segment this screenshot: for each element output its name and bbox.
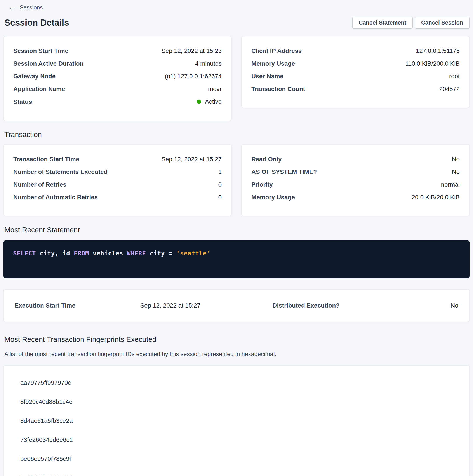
kv-value: Sep 12, 2022 at 15:27	[140, 302, 200, 309]
session-details-page: ← Sessions Session Details Cancel Statem…	[0, 0, 473, 476]
memory-usage-row: Memory Usage 110.0 KiB/200.0 KiB	[251, 60, 460, 67]
kv-value: 20.0 KiB/20.0 KiB	[412, 194, 460, 201]
session-summary-card-left: Session Start Time Sep 12, 2022 at 15:23…	[3, 36, 231, 121]
breadcrumb-sessions-link[interactable]: Sessions	[20, 4, 43, 11]
transaction-count-row: Transaction Count 204572	[251, 85, 460, 93]
kv-value: 110.0 KiB/200.0 KiB	[405, 60, 460, 67]
read-only-row: Read Only No	[251, 155, 460, 163]
sql-keyword: SELECT	[13, 250, 36, 257]
retries-row: Number of Retries 0	[13, 181, 222, 188]
header-actions: Cancel Statement Cancel Session	[352, 17, 470, 29]
transaction-card-right: Read Only No AS OF SYSTEM TIME? No Prior…	[242, 144, 470, 216]
breadcrumb[interactable]: ← Sessions	[9, 4, 43, 11]
priority-row: Priority normal	[251, 181, 460, 188]
kv-value: 0	[218, 181, 222, 188]
kv-value: Sep 12, 2022 at 15:23	[161, 47, 222, 55]
kv-label: Gateway Node	[13, 73, 55, 80]
transaction-summary-row: Transaction Start Time Sep 12, 2022 at 1…	[3, 144, 470, 216]
kv-label: Transaction Count	[251, 85, 305, 93]
fingerprint-list-item: ba2b203b823296de	[20, 474, 460, 476]
kv-value: No	[452, 168, 460, 176]
fingerprint-list-item: aa79775ff097970c	[20, 379, 460, 387]
kv-value: normal	[441, 181, 460, 188]
execution-summary-card: Execution Start Time Sep 12, 2022 at 15:…	[3, 289, 470, 322]
statements-executed-row: Number of Statements Executed 1	[13, 168, 222, 176]
active-status-dot-icon	[197, 100, 201, 104]
kv-label: Execution Start Time	[15, 302, 75, 309]
user-name-row: User Name root	[251, 73, 460, 80]
kv-label: AS OF SYSTEM TIME?	[251, 168, 317, 176]
cancel-statement-button[interactable]: Cancel Statement	[352, 17, 413, 29]
sql-string: 'seattle'	[176, 250, 210, 257]
kv-value: 0	[218, 194, 222, 201]
kv-value: movr	[208, 85, 222, 93]
kv-label: User Name	[251, 73, 283, 80]
sql-keyword: WHERE	[127, 250, 146, 257]
transaction-card-left: Transaction Start Time Sep 12, 2022 at 1…	[3, 144, 231, 216]
kv-label: Memory Usage	[251, 194, 295, 201]
kv-value: No	[452, 155, 460, 163]
kv-label: Session Active Duration	[13, 60, 83, 67]
fingerprint-list-item: 8f920c40d88b1c4e	[20, 398, 460, 406]
kv-value: 1	[218, 168, 222, 176]
transaction-section-heading: Transaction	[4, 130, 470, 139]
sql-text: city =	[146, 250, 176, 257]
status-row: Status Active	[13, 98, 222, 106]
kv-label: Status	[13, 98, 32, 106]
cancel-session-button[interactable]: Cancel Session	[415, 17, 470, 29]
execution-start-time-row: Execution Start Time Sep 12, 2022 at 15:…	[15, 302, 200, 309]
statement-section-heading: Most Recent Statement	[4, 226, 470, 234]
kv-label: Number of Statements Executed	[13, 168, 108, 176]
sql-text: city, id	[36, 250, 74, 257]
transaction-start-time-row: Transaction Start Time Sep 12, 2022 at 1…	[13, 155, 222, 163]
client-ip-row: Client IP Address 127.0.0.1:51175	[251, 47, 460, 55]
kv-value: 204572	[439, 85, 460, 93]
title-row: Session Details Cancel Statement Cancel …	[4, 17, 470, 29]
fingerprint-list-item: be06e9570f785c9f	[20, 455, 460, 463]
kv-value: Sep 12, 2022 at 15:27	[161, 155, 222, 163]
txn-memory-usage-row: Memory Usage 20.0 KiB/20.0 KiB	[251, 194, 460, 201]
kv-value: No	[451, 302, 458, 309]
status-text: Active	[205, 98, 222, 105]
automatic-retries-row: Number of Automatic Retries 0	[13, 194, 222, 201]
session-active-duration-row: Session Active Duration 4 minutes	[13, 60, 222, 67]
kv-label: Client IP Address	[251, 47, 302, 55]
fingerprint-list: aa79775ff097970c 8f920c40d88b1c4e 8d4ae6…	[13, 379, 460, 476]
kv-label: Distributed Execution?	[273, 302, 340, 309]
kv-label: Transaction Start Time	[13, 155, 79, 163]
kv-label: Application Name	[13, 85, 65, 93]
fingerprints-section-heading: Most Recent Transaction Fingerprints Exe…	[4, 335, 470, 344]
fingerprints-card: aa79775ff097970c 8f920c40d88b1c4e 8d4ae6…	[3, 365, 470, 476]
kv-label: Number of Automatic Retries	[13, 194, 98, 201]
kv-label: Read Only	[251, 155, 281, 163]
status-badge: Active	[197, 98, 222, 105]
kv-label: Number of Retries	[13, 181, 66, 188]
kv-value: 127.0.0.1:51175	[416, 47, 460, 55]
kv-value: root	[449, 73, 460, 80]
back-arrow-icon: ←	[9, 4, 16, 11]
gateway-node-row: Gateway Node (n1) 127.0.0.1:62674	[13, 73, 222, 80]
session-summary-card-right: Client IP Address 127.0.0.1:51175 Memory…	[242, 36, 470, 108]
kv-label: Session Start Time	[13, 47, 68, 55]
sql-text: vehicles	[89, 250, 127, 257]
kv-label: Priority	[251, 181, 273, 188]
session-summary-row: Session Start Time Sep 12, 2022 at 15:23…	[3, 36, 470, 121]
fingerprint-list-item: 73fe26034bd6e6c1	[20, 436, 460, 444]
session-start-time-row: Session Start Time Sep 12, 2022 at 15:23	[13, 47, 222, 55]
sql-keyword: FROM	[74, 250, 89, 257]
fingerprints-description: A list of the most recent transaction fi…	[4, 350, 470, 358]
sql-statement-box: SELECT city, id FROM vehicles WHERE city…	[3, 240, 470, 278]
kv-value: 4 minutes	[195, 60, 222, 67]
distributed-execution-row: Distributed Execution? No	[273, 302, 458, 309]
kv-label: Memory Usage	[251, 60, 295, 67]
application-name-row: Application Name movr	[13, 85, 222, 93]
gateway-node-link[interactable]: (n1) 127.0.0.1:62674	[165, 73, 222, 80]
as-of-system-time-row: AS OF SYSTEM TIME? No	[251, 168, 460, 176]
page-title: Session Details	[4, 18, 69, 28]
fingerprint-list-item: 8d4ae61a5fb3ce2a	[20, 417, 460, 425]
